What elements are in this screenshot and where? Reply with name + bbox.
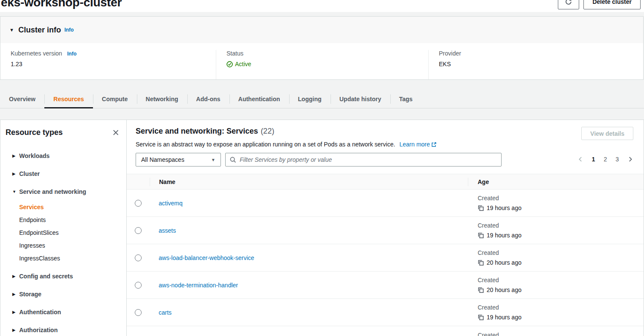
copy-icon[interactable] bbox=[478, 314, 484, 321]
table-row: aws-node-termination-handler Created 20 … bbox=[127, 272, 644, 299]
age-value: 19 hours ago bbox=[487, 314, 522, 321]
row-select-radio[interactable] bbox=[135, 282, 142, 289]
service-name-link[interactable]: aws-node-termination-handler bbox=[159, 282, 238, 289]
resource-types-tree: ▶ Workloads ▶ Cluster ▼ Service and netw… bbox=[0, 147, 126, 336]
tab-update-history[interactable]: Update history bbox=[331, 90, 390, 108]
row-select-radio[interactable] bbox=[135, 227, 142, 234]
expand-arrow-icon[interactable]: ▶ bbox=[12, 328, 19, 332]
service-name-link[interactable]: activemq bbox=[159, 200, 183, 207]
table-row-partial: Created bbox=[127, 326, 644, 336]
copy-icon[interactable] bbox=[478, 287, 484, 293]
sidebar-group-workloads[interactable]: ▶ Workloads bbox=[0, 147, 126, 165]
collapse-caret-icon[interactable]: ▼ bbox=[9, 27, 14, 32]
copy-icon[interactable] bbox=[478, 260, 484, 266]
status-field: Status Active bbox=[216, 50, 428, 79]
namespace-select-value: All Namespaces bbox=[141, 156, 184, 163]
created-label: Created bbox=[478, 222, 644, 229]
name-column-header[interactable]: Name bbox=[150, 178, 468, 185]
expand-arrow-icon[interactable]: ▶ bbox=[12, 274, 19, 278]
tab-authentication[interactable]: Authentication bbox=[229, 90, 289, 108]
copy-icon[interactable] bbox=[478, 205, 484, 211]
provider-label: Provider bbox=[439, 50, 643, 57]
resource-types-title: Resource types bbox=[6, 128, 63, 137]
check-circle-icon bbox=[226, 61, 233, 67]
table-row: carts Created 19 hours ago bbox=[127, 299, 644, 326]
table-row: activemq Created 19 hours ago bbox=[127, 190, 644, 217]
table-row: assets Created 19 hours ago bbox=[127, 217, 644, 244]
cluster-tabs: OverviewResourcesComputeNetworkingAdd-on… bbox=[0, 90, 644, 108]
tab-tags[interactable]: Tags bbox=[390, 90, 422, 108]
search-input[interactable] bbox=[240, 156, 497, 163]
expand-arrow-icon[interactable]: ▼ bbox=[12, 190, 19, 194]
table-row: aws-load-balancer-webhook-service Create… bbox=[127, 244, 644, 272]
expand-arrow-icon[interactable]: ▶ bbox=[12, 292, 19, 296]
cluster-info-card: ▼ Cluster info Info Kubernetes version I… bbox=[0, 16, 644, 80]
resource-types-panel: Resource types ▶ Workloads ▶ Cluster ▼ S… bbox=[0, 120, 127, 336]
namespace-select[interactable]: All Namespaces ▼ bbox=[136, 153, 221, 167]
copy-icon[interactable] bbox=[478, 232, 484, 239]
provider-field: Provider EKS bbox=[428, 50, 643, 79]
created-label: Created bbox=[478, 304, 644, 311]
tab-add-ons[interactable]: Add-ons bbox=[187, 90, 229, 108]
age-value: 20 hours ago bbox=[487, 286, 522, 293]
sidebar-group-service-and-networking[interactable]: ▼ Service and networking bbox=[0, 183, 126, 201]
learn-more-link[interactable]: Learn more bbox=[399, 141, 437, 148]
status-value: Active bbox=[235, 61, 251, 67]
sidebar-group-authentication[interactable]: ▶ Authentication bbox=[0, 303, 126, 321]
kubernetes-version-field: Kubernetes version Info 1.23 bbox=[0, 50, 216, 79]
service-name-link[interactable]: aws-load-balancer-webhook-service bbox=[159, 254, 254, 261]
sidebar-group-storage[interactable]: ▶ Storage bbox=[0, 285, 126, 303]
sidebar-item-endpoints[interactable]: Endpoints bbox=[0, 213, 126, 226]
service-name-link[interactable]: carts bbox=[159, 309, 171, 316]
services-count: (22) bbox=[261, 127, 274, 135]
cluster-info-body: Kubernetes version Info 1.23 Status Acti… bbox=[0, 43, 643, 79]
search-icon bbox=[230, 157, 236, 163]
tab-compute[interactable]: Compute bbox=[93, 90, 137, 108]
expand-arrow-icon[interactable]: ▶ bbox=[12, 154, 19, 158]
external-link-icon bbox=[431, 142, 437, 147]
sidebar-item-services[interactable]: Services bbox=[0, 201, 126, 213]
expand-arrow-icon[interactable]: ▶ bbox=[12, 172, 19, 176]
page-number[interactable]: 1 bbox=[592, 156, 595, 163]
search-box bbox=[225, 153, 502, 167]
tab-overview[interactable]: Overview bbox=[0, 90, 44, 108]
kubernetes-version-value: 1.23 bbox=[11, 61, 216, 67]
kubernetes-version-label: Kubernetes version bbox=[11, 50, 62, 57]
header-actions: Delete cluster bbox=[558, 0, 641, 9]
table-header: Name Age bbox=[127, 174, 644, 190]
row-select-radio[interactable] bbox=[135, 254, 142, 261]
age-column-header[interactable]: Age bbox=[468, 178, 644, 185]
sidebar-item-ingresses[interactable]: Ingresses bbox=[0, 239, 126, 252]
age-value: 19 hours ago bbox=[487, 232, 522, 239]
tab-resources[interactable]: Resources bbox=[44, 90, 93, 108]
dropdown-caret-icon: ▼ bbox=[211, 158, 215, 162]
chevron-left-icon[interactable] bbox=[577, 156, 583, 162]
row-select-radio[interactable] bbox=[135, 200, 142, 207]
row-select-radio[interactable] bbox=[135, 309, 142, 316]
sidebar-group-config-and-secrets[interactable]: ▶ Config and secrets bbox=[0, 267, 126, 285]
services-table: Name Age activemq Created 19 hours ago a… bbox=[127, 174, 644, 336]
kubernetes-version-info-link[interactable]: Info bbox=[67, 51, 77, 57]
tab-logging[interactable]: Logging bbox=[289, 90, 331, 108]
provider-value: EKS bbox=[439, 61, 643, 67]
expand-arrow-icon[interactable]: ▶ bbox=[12, 310, 19, 314]
page-title: eks-workshop-cluster bbox=[1, 0, 122, 9]
sidebar-item-endpointslices[interactable]: EndpointSlices bbox=[0, 226, 126, 239]
delete-cluster-button[interactable]: Delete cluster bbox=[583, 0, 641, 9]
close-panel-button[interactable] bbox=[111, 128, 120, 137]
cluster-info-info-link[interactable]: Info bbox=[64, 27, 74, 33]
sidebar-item-ingressclasses[interactable]: IngressClasses bbox=[0, 252, 126, 265]
refresh-button[interactable] bbox=[558, 0, 579, 9]
sidebar-group-authorization[interactable]: ▶ Authorization bbox=[0, 321, 126, 336]
cluster-info-header[interactable]: ▼ Cluster info Info bbox=[0, 17, 643, 43]
sidebar-group-cluster[interactable]: ▶ Cluster bbox=[0, 165, 126, 183]
view-details-button[interactable]: View details bbox=[581, 127, 633, 140]
services-panel: Service and networking: Services(22) Vie… bbox=[126, 120, 644, 336]
created-label: Created bbox=[478, 249, 644, 256]
page-number[interactable]: 2 bbox=[603, 156, 607, 163]
service-name-link[interactable]: assets bbox=[159, 227, 176, 234]
chevron-right-icon[interactable] bbox=[627, 156, 633, 162]
created-label: Created bbox=[478, 277, 644, 283]
tab-networking[interactable]: Networking bbox=[137, 90, 187, 108]
page-number[interactable]: 3 bbox=[615, 156, 619, 163]
